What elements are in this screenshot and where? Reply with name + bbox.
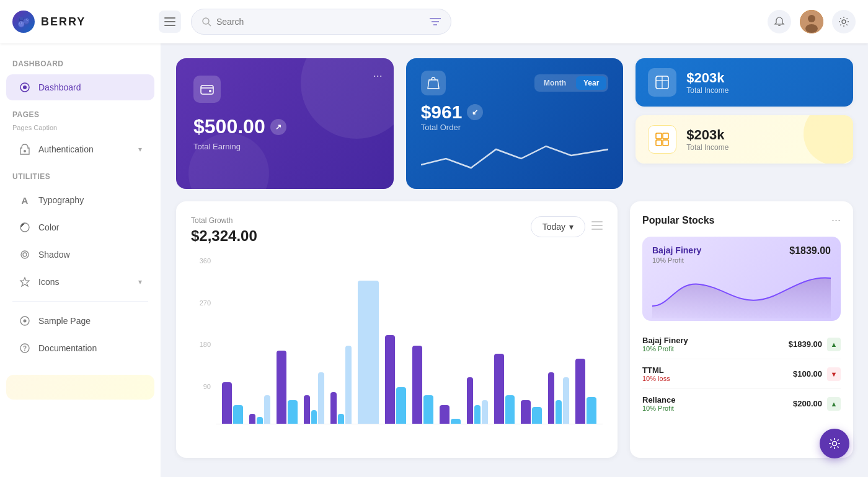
svg-point-16	[21, 251, 29, 258]
stocks-featured-top: Bajaj Finery 10% Profit $1839.00	[652, 245, 831, 264]
sidebar-item-shadow[interactable]: Shadow	[6, 242, 154, 268]
bar-blue-11	[532, 407, 542, 424]
stock-badge-0: ▲	[827, 338, 841, 351]
bar-blue-8	[451, 419, 461, 424]
stock-featured-name: Bajaj Finery	[652, 245, 701, 255]
typography-icon: A	[19, 194, 31, 206]
user-avatar-icon	[800, 10, 823, 33]
earning-label: Total Earning	[193, 142, 376, 151]
chart-bar-group-2	[277, 257, 298, 424]
chart-total-value: $2,324.00	[191, 227, 257, 245]
chart-bar-group-10	[494, 257, 515, 424]
search-filter-button[interactable]	[430, 17, 441, 26]
chart-bar-group-13	[575, 257, 596, 424]
sidebar-item-sample-page[interactable]: Sample Page	[6, 308, 154, 334]
chart-menu-button[interactable]	[591, 221, 603, 232]
svg-rect-29	[656, 140, 662, 146]
sidebar-authentication-label: Authentication	[38, 144, 94, 154]
documentation-icon: ?	[19, 342, 31, 354]
order-label: Total Order	[421, 123, 609, 132]
sidebar: Dashboard Dashboard Pages Pages Caption …	[0, 43, 161, 477]
toggle-month-button[interactable]: Month	[536, 76, 574, 90]
svg-rect-32	[591, 225, 603, 226]
svg-point-19	[24, 320, 27, 323]
order-toggle: Month Year	[534, 74, 608, 92]
dropdown-icon: ▾	[569, 222, 574, 232]
bar-purple-7	[412, 346, 422, 424]
stocks-more-button[interactable]: ···	[831, 214, 841, 227]
earning-amount: $500.00 ↗	[193, 115, 376, 138]
main-layout: Dashboard Dashboard Pages Pages Caption …	[0, 43, 868, 477]
chart-filter-button[interactable]: Today ▾	[531, 216, 585, 237]
authentication-icon	[19, 143, 31, 155]
chart-area: 360 270 180 90	[191, 257, 603, 443]
stocks-featured-card: Bajaj Finery 10% Profit $1839.00	[642, 237, 841, 321]
shopping-bag-icon	[427, 77, 440, 89]
stocks-header: Popular Stocks ···	[642, 214, 841, 227]
chart-controls: Today ▾	[531, 216, 603, 237]
stock-profit-0: 10% Profit	[642, 345, 688, 352]
chart-bar-group-8	[440, 257, 461, 424]
pages-caption: Pages Caption	[0, 124, 161, 135]
stock-row-1: TTML 10% loss $100.00 ▼	[642, 359, 841, 389]
header-right	[768, 10, 856, 33]
bar-blue-9	[474, 405, 480, 424]
chart-bar-group-0	[222, 257, 243, 424]
stock-price-area-0: $1839.00 ▲	[789, 338, 841, 351]
stocks-title: Popular Stocks	[642, 215, 714, 226]
sidebar-divider	[12, 301, 148, 302]
chart-y-labels: 360 270 180 90	[191, 257, 216, 424]
search-input[interactable]	[216, 17, 425, 27]
chart-title-area: Total Growth $2,324.00	[191, 216, 257, 245]
svg-point-10	[805, 24, 818, 33]
order-wave-chart	[421, 137, 609, 174]
order-trend-icon: ↙	[467, 104, 483, 120]
chart-bar-group-6	[385, 257, 406, 424]
bar-purple-4	[330, 392, 337, 424]
bar-blue-12	[556, 400, 562, 424]
stocks-list: Bajaj Finery 10% Profit $1839.00 ▲ TTML …	[642, 330, 841, 418]
avatar[interactable]	[800, 10, 823, 33]
stock-price-0: $1839.00	[789, 339, 822, 349]
chart-bar-group-7	[412, 257, 433, 424]
bar-blue-10	[505, 395, 515, 424]
sidebar-color-label: Color	[38, 222, 59, 232]
chart-bar-group-12	[548, 257, 569, 424]
sidebar-bottom-highlight	[6, 375, 154, 400]
stock-mini-chart	[652, 269, 831, 318]
bar-light-9	[482, 400, 488, 424]
total-income-card-1: $203k Total Income	[636, 58, 853, 107]
order-card-icon	[421, 71, 446, 95]
toggle-year-button[interactable]: Year	[576, 76, 606, 90]
income-info-1: $203k Total Income	[686, 70, 728, 95]
earning-more-button[interactable]: ···	[373, 69, 383, 82]
total-income-card-2: $203k Total Income	[636, 115, 853, 164]
sidebar-item-icons[interactable]: Icons ▾	[6, 269, 154, 295]
stock-row-2: Reliance 10% Profit $200.00 ▲	[642, 389, 841, 418]
svg-rect-31	[591, 221, 603, 222]
svg-rect-1	[164, 21, 175, 22]
sidebar-icons-label: Icons	[38, 277, 59, 287]
fab-button[interactable]	[820, 429, 849, 458]
stock-name-0: Bajaj Finery	[642, 336, 688, 345]
notification-button[interactable]	[768, 10, 791, 33]
y-label-180: 180	[200, 341, 211, 348]
income-icon-1	[648, 68, 676, 97]
income-icon-2	[648, 125, 676, 154]
gear-icon	[838, 16, 849, 27]
earning-card-icon	[193, 76, 221, 103]
sidebar-item-typography[interactable]: A Typography	[6, 187, 154, 213]
sidebar-item-documentation[interactable]: ? Documentation	[6, 335, 154, 361]
hamburger-button[interactable]	[159, 11, 181, 33]
stock-name-1: TTML	[642, 365, 670, 375]
settings-button[interactable]	[832, 10, 856, 33]
sidebar-item-dashboard[interactable]: Dashboard	[6, 74, 154, 100]
order-card: Month Year $961 ↙ Total Order	[406, 58, 624, 189]
sidebar-item-authentication[interactable]: Authentication ▾	[6, 136, 154, 162]
stock-profit-1: 10% loss	[642, 375, 670, 382]
y-label-90: 90	[203, 383, 211, 390]
color-icon	[19, 221, 31, 234]
stock-price-2: $200.00	[793, 399, 822, 408]
bar-light-12	[563, 377, 569, 424]
sidebar-item-color[interactable]: Color	[6, 214, 154, 240]
